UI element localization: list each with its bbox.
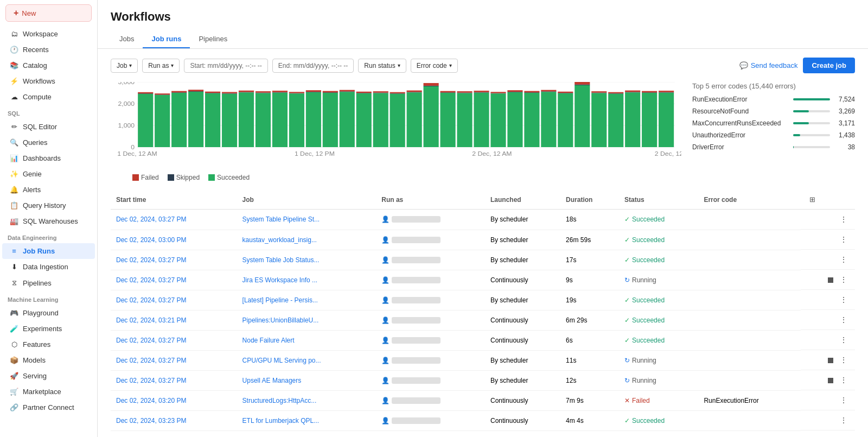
sidebar-item-recents[interactable]: 🕐Recents bbox=[2, 42, 95, 58]
job-link[interactable]: Pipelines:UnionBillableU... bbox=[242, 316, 319, 324]
dashboards-icon: 📊 bbox=[10, 154, 18, 162]
row-actions-button[interactable]: ⋮ bbox=[838, 294, 850, 305]
svg-rect-110 bbox=[208, 174, 215, 181]
stop-run-button[interactable] bbox=[826, 354, 835, 365]
genie-icon: ✨ bbox=[10, 170, 18, 178]
column-settings-button[interactable]: ⊞ bbox=[806, 194, 819, 205]
sidebar-item-alerts[interactable]: 🔔Alerts bbox=[2, 182, 95, 198]
svg-rect-17 bbox=[155, 93, 170, 94]
sidebar-item-sql_warehouses[interactable]: 🏭SQL Warehouses bbox=[2, 213, 95, 229]
start-placeholder: Start: mm/dd/yyyy, --:-- -- bbox=[190, 62, 261, 69]
svg-rect-79 bbox=[507, 92, 522, 92]
row-actions-button[interactable]: ⋮ bbox=[838, 234, 850, 245]
tab-pipelines[interactable]: Pipelines bbox=[190, 30, 236, 48]
job-link[interactable]: CPU/GPU ML Serving po... bbox=[242, 357, 321, 364]
start-time-link[interactable]: Dec 02, 2024, 03:27 PM bbox=[116, 357, 186, 364]
start-time-link[interactable]: Dec 02, 2024, 03:27 PM bbox=[116, 377, 186, 384]
sidebar-item-workspace[interactable]: 🗂Workspace bbox=[2, 26, 95, 42]
sidebar-item-compute[interactable]: ☁Compute bbox=[2, 89, 95, 105]
sidebar-item-data_ingestion[interactable]: ⬇Data Ingestion bbox=[2, 259, 95, 275]
status-badge: ✓ Succeeded bbox=[624, 216, 665, 223]
start-time-link[interactable]: Dec 02, 2024, 03:20 PM bbox=[116, 397, 186, 404]
sidebar-item-job_runs[interactable]: ≡Job Runs bbox=[2, 243, 95, 259]
start-time-cell: Dec 02, 2024, 03:27 PM bbox=[111, 430, 237, 437]
start-time-link[interactable]: Dec 02, 2024, 03:27 PM bbox=[116, 276, 186, 284]
status-badge: ✓ Succeeded bbox=[624, 236, 665, 244]
start-time-link[interactable]: Dec 02, 2024, 03:23 PM bbox=[116, 417, 186, 425]
create-job-button[interactable]: Create job bbox=[803, 58, 855, 73]
sidebar-item-sql_editor[interactable]: ✏SQL Editor bbox=[2, 119, 95, 135]
sidebar-item-features[interactable]: ⬡Features bbox=[2, 337, 95, 352]
stop-run-button[interactable] bbox=[826, 435, 835, 437]
error-code-cell bbox=[698, 310, 801, 330]
main-header: Workflows JobsJob runsPipelines bbox=[98, 0, 868, 49]
sidebar-item-queries[interactable]: 🔍Queries bbox=[2, 135, 95, 150]
svg-rect-91 bbox=[575, 85, 590, 85]
start-date-filter[interactable]: Start: mm/dd/yyyy, --:-- -- bbox=[184, 59, 267, 73]
job-link[interactable]: Upsell AE Managers bbox=[242, 377, 302, 384]
error-code-row: RunExecutionError 7,524 bbox=[692, 96, 855, 103]
sidebar-item-workflows[interactable]: ⚡Workflows bbox=[2, 73, 95, 89]
send-feedback-button[interactable]: 💬 Send feedback bbox=[739, 61, 798, 69]
job-link[interactable]: Node Failure Alert bbox=[242, 337, 295, 344]
job-link[interactable]: System Table Job Status... bbox=[242, 256, 320, 264]
row-actions-button[interactable]: ⋮ bbox=[838, 214, 850, 225]
sidebar-item-query_history[interactable]: 📋Query History bbox=[2, 198, 95, 213]
row-actions-button[interactable]: ⋮ bbox=[838, 375, 850, 385]
status-badge: ✓ Succeeded bbox=[624, 316, 665, 324]
run-as-filter[interactable]: Run as ▾ bbox=[142, 59, 180, 73]
error-code-cell bbox=[698, 410, 801, 430]
partner_connect-icon: 🔗 bbox=[10, 403, 18, 411]
row-actions-button[interactable]: ⋮ bbox=[838, 354, 850, 365]
plus-icon: + bbox=[14, 8, 18, 18]
row-actions-button[interactable]: ⋮ bbox=[838, 435, 850, 437]
launched-cell: By scheduler bbox=[485, 210, 560, 230]
svg-rect-43 bbox=[306, 92, 321, 92]
error-code-bar bbox=[793, 110, 809, 112]
start-time-link[interactable]: Dec 02, 2024, 03:27 PM bbox=[116, 296, 186, 304]
sidebar-item-experiments[interactable]: 🧪Experiments bbox=[2, 321, 95, 337]
job-link[interactable]: Jira ES Workspace Info ... bbox=[242, 276, 318, 284]
job-filter[interactable]: Job ▾ bbox=[111, 59, 138, 73]
row-actions-button[interactable]: ⋮ bbox=[838, 274, 850, 285]
start-time-link[interactable]: Dec 02, 2024, 03:00 PM bbox=[116, 236, 186, 244]
run-as-value bbox=[392, 377, 441, 384]
stop-run-button[interactable] bbox=[826, 274, 835, 285]
job-link[interactable]: ETL for Lumberjack QPL... bbox=[242, 417, 320, 425]
failed-color-icon bbox=[132, 174, 139, 181]
sidebar-item-marketplace[interactable]: 🛒Marketplace bbox=[2, 384, 95, 400]
stop-run-button[interactable] bbox=[826, 375, 835, 385]
new-button[interactable]: + New bbox=[5, 4, 92, 22]
sidebar-item-pipelines[interactable]: ⧖Pipelines bbox=[2, 275, 95, 291]
row-actions-button[interactable]: ⋮ bbox=[838, 314, 850, 325]
row-actions-button[interactable]: ⋮ bbox=[838, 254, 850, 265]
run-as-cell: 👤 bbox=[376, 350, 485, 370]
start-time-link[interactable]: Dec 02, 2024, 03:27 PM bbox=[116, 337, 186, 344]
sidebar-item-playground[interactable]: 🎮Playground bbox=[2, 305, 95, 321]
row-actions-button[interactable]: ⋮ bbox=[838, 395, 850, 406]
row-actions-button[interactable]: ⋮ bbox=[838, 334, 850, 345]
sidebar-item-genie[interactable]: ✨Genie bbox=[2, 166, 95, 182]
job-cell: ETL for Lumberjack QPL... bbox=[237, 410, 376, 430]
tab-job_runs[interactable]: Job runs bbox=[143, 30, 190, 48]
start-time-cell: Dec 02, 2024, 03:27 PM bbox=[111, 370, 237, 390]
end-date-filter[interactable]: End: mm/dd/yyyy, --:-- -- bbox=[272, 59, 354, 73]
run-status-filter[interactable]: Run status ▾ bbox=[358, 59, 406, 73]
start-time-link[interactable]: Dec 02, 2024, 03:27 PM bbox=[116, 256, 186, 264]
sidebar-item-models[interactable]: 📦Models bbox=[2, 352, 95, 368]
status-cell: ↻ Running bbox=[619, 430, 698, 437]
start-time-link[interactable]: Dec 02, 2024, 03:21 PM bbox=[116, 316, 186, 324]
job-link[interactable]: System Table Pipeline St... bbox=[242, 216, 320, 223]
sidebar-item-dashboards[interactable]: 📊Dashboards bbox=[2, 150, 95, 166]
sidebar-item-partner_connect[interactable]: 🔗Partner Connect bbox=[2, 400, 95, 415]
tab-jobs[interactable]: Jobs bbox=[111, 30, 143, 48]
job-link[interactable]: StructuredLogs:HttpAcc... bbox=[242, 397, 317, 404]
job-link[interactable]: kaustav_workload_insig... bbox=[242, 236, 317, 244]
job-link[interactable]: [Latest] Pipeline - Persis... bbox=[242, 296, 318, 304]
row-actions-button[interactable]: ⋮ bbox=[838, 415, 850, 426]
launched-cell: By scheduler bbox=[485, 430, 560, 437]
start-time-link[interactable]: Dec 02, 2024, 03:27 PM bbox=[116, 216, 186, 223]
error-code-filter[interactable]: Error code ▾ bbox=[411, 59, 458, 73]
sidebar-item-catalog[interactable]: 📚Catalog bbox=[2, 58, 95, 73]
sidebar-item-serving[interactable]: 🚀Serving bbox=[2, 368, 95, 384]
